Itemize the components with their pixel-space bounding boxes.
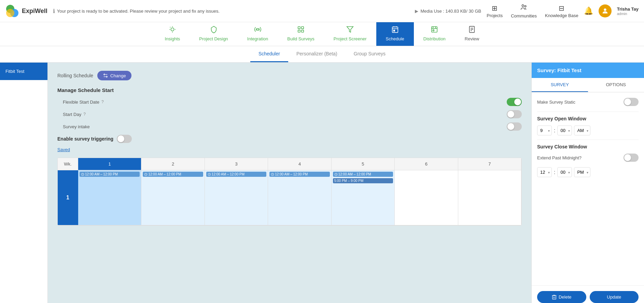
panel-tab-options[interactable]: OPTIONS [588,78,644,92]
grid-cell-1-3[interactable]: 12:00 AM – 12:00 PM [205,170,268,225]
grid-cell-1-2[interactable]: 12:00 AM – 12:00 PM [141,170,205,225]
alert-message: Your project is ready to be activated. P… [57,9,220,14]
svg-rect-16 [302,30,304,32]
enable-trigger-toggle[interactable] [117,135,132,143]
help-icon-flexible[interactable]: ? [101,100,104,104]
extend-midnight-label: Extend Past Midnight? [537,155,582,160]
panel-tab-survey[interactable]: SURVEY [532,78,588,92]
sidebar-item-fitbit-test[interactable]: Fitbit Test [0,63,47,80]
info-icon: ℹ [53,8,55,14]
survey-intake-toggle[interactable] [507,122,522,131]
panel-title: Survey: Fitbit Test [532,63,644,78]
svg-rect-14 [302,27,304,29]
close-window-heading: Survey Close Window [537,144,639,149]
subnav-project-design-label: Project Design [199,36,228,41]
extend-midnight-row: Extend Past Midnight? [537,154,639,162]
survey-intake-row: Survey intake [63,122,522,131]
flexible-start-toggle[interactable] [507,98,522,106]
svg-line-11 [170,27,170,27]
tab-scheduler[interactable]: Scheduler [250,46,288,62]
close-ampm-select[interactable]: AM PM [574,167,590,177]
enable-trigger-row: Enable survey triggering [57,135,522,143]
start-day-row: Start Day ? [63,110,522,118]
subnav-schedule-label: Schedule [386,36,404,41]
help-icon-start-day[interactable]: ? [83,112,86,117]
extend-midnight-toggle[interactable] [624,154,639,162]
svg-point-2 [6,9,14,17]
nav-knowledge-base[interactable]: ⊟ Knowledge Base [545,4,578,18]
time-slot-1-2: 12:00 AM – 12:00 PM [143,172,203,177]
make-static-toggle[interactable] [624,98,639,106]
subnav-project-design[interactable]: Project Design [190,22,238,46]
content-area: Rolling Schedule Change Manage Schedule … [48,63,531,303]
grid-header-wk: Wk. [58,158,78,170]
subnav-build-surveys[interactable]: Build Surveys [278,22,324,46]
time-slot-1-5b: 5:00 PM – 9:00 PM [333,178,393,183]
close-hour-select[interactable]: 12 1 2 [537,167,552,177]
build-surveys-icon [297,26,305,35]
subnav-project-screener-label: Project Screener [334,36,367,41]
start-day-label: Start Day ? [63,112,503,117]
open-minute-select[interactable]: 00 15 30 45 [557,126,572,135]
grid-cell-1-1[interactable]: 12:00 AM – 12:00 PM [78,170,141,225]
change-icon [103,73,108,78]
open-ampm-select[interactable]: AM PM [574,126,590,135]
close-ampm-wrap: AM PM [574,167,590,177]
subnav-integration-label: Integration [247,36,268,41]
tab-bar: Scheduler Personalizer (Beta) Group Surv… [0,46,644,63]
subnav-insights-label: Insights [165,36,180,41]
right-panel: Survey: Fitbit Test SURVEY OPTIONS Make … [531,63,644,303]
grid-header-6: 6 [395,158,458,170]
schedule-grid: Wk. 1 2 3 4 5 6 7 1 12:00 AM – 12:00 PM [57,158,522,226]
change-button[interactable]: Change [97,71,131,80]
svg-rect-15 [298,30,300,32]
svg-point-3 [522,5,524,7]
svg-point-12 [257,28,259,30]
media-use-label: Media Use : 140.83 KB/ 30 GB [420,9,481,14]
close-colon: : [554,169,555,175]
grid-cell-1-6[interactable] [395,170,458,225]
close-minute-select[interactable]: 00 15 30 45 [557,167,572,177]
distribution-icon [431,26,438,35]
svg-point-6 [171,28,174,31]
bell-icon[interactable]: 🔔 [584,6,593,15]
schedule-icon [391,26,399,35]
grid-cell-1-7[interactable] [458,170,521,225]
main-layout: Fitbit Test Rolling Schedule Change Mana… [0,63,644,303]
time-slot-1-1: 12:00 AM – 12:00 PM [80,172,140,177]
open-hour-select[interactable]: 9 10 11 12 [537,126,552,135]
sidebar: Fitbit Test [0,63,48,303]
tab-group-surveys[interactable]: Group Surveys [346,46,394,62]
logo-text: ExpiWell [22,8,47,15]
flexible-start-label: Flexible Start Date ? [63,100,503,105]
nav-communities[interactable]: Communities [511,3,537,18]
subnav-insights[interactable]: Insights [155,22,190,46]
make-static-row: Make Survey Static [537,98,639,106]
grid-cell-1-4[interactable]: 12:00 AM – 12:00 PM [268,170,331,225]
start-day-toggle[interactable] [507,110,522,118]
open-time-selector: 9 10 11 12 : 00 15 30 45 [537,126,639,135]
user-avatar[interactable] [599,4,612,17]
subnav-schedule[interactable]: Schedule [376,22,414,46]
time-slot-1-4: 12:00 AM – 12:00 PM [269,172,330,177]
svg-point-5 [604,9,606,11]
update-button[interactable]: Update [590,291,639,303]
subnav-review[interactable]: Review [455,22,489,46]
subnav-distribution[interactable]: Distribution [414,22,455,46]
saved-text[interactable]: Saved [57,147,522,152]
open-colon: : [554,128,555,134]
grid-cell-1-5[interactable]: 12:00 AM – 12:00 PM 5:00 PM – 9:00 PM [332,170,395,225]
subnav-project-screener[interactable]: Project Screener [324,22,376,46]
top-header: ExpiWell ℹ Your project is ready to be a… [0,0,644,22]
nav-projects[interactable]: ⊞ Projects [487,4,503,18]
communities-icon [520,3,528,13]
panel-actions: Delete Update [532,285,644,303]
delete-button[interactable]: Delete [537,291,586,303]
user-info: Trisha Tay admin [617,6,639,16]
tab-personalizer[interactable]: Personalizer (Beta) [288,46,346,62]
svg-rect-13 [298,27,300,29]
project-screener-icon [346,26,354,35]
svg-rect-22 [393,30,395,31]
make-static-label: Make Survey Static [537,100,575,105]
subnav-integration[interactable]: Integration [238,22,278,46]
